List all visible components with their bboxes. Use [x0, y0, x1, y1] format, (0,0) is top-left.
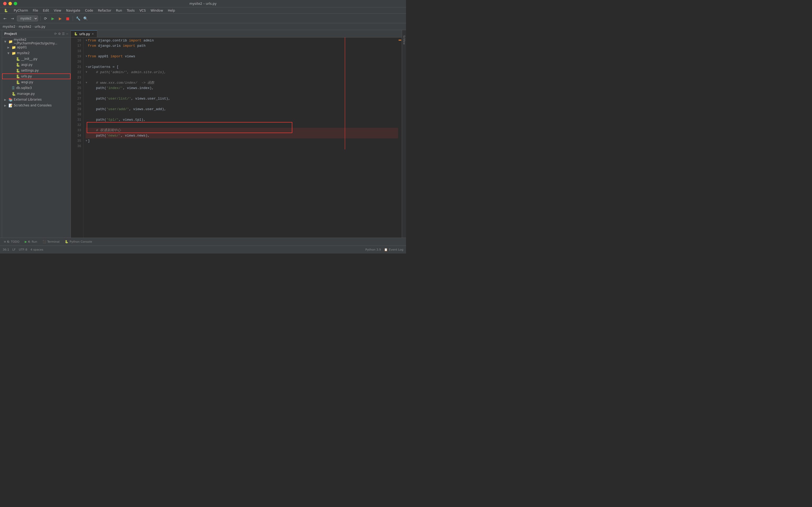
menu-navigate[interactable]: Navigate [64, 8, 82, 13]
code-line-20: ▼ [86, 59, 398, 64]
code-line-32: ▼ [86, 122, 398, 128]
bottom-tab-todo[interactable]: ≡ 6: TODO [3, 239, 20, 244]
panel-icon-settings[interactable]: ⚙ [58, 32, 61, 36]
run-button[interactable]: ▶ [50, 15, 56, 21]
sc-view-label[interactable]: SciView [403, 36, 405, 45]
left-side-icons [0, 30, 2, 238]
tree-item-db-sqlite3[interactable]: ▶ 🗄 db.sqlite3 [2, 85, 70, 91]
tree-label: settings.py [21, 69, 39, 72]
code-content[interactable]: ▼ from django.contrib import admin ▼ fro… [84, 38, 398, 150]
tree-label: db.sqlite3 [16, 86, 32, 90]
tab-urls-py[interactable]: 🐍 urls.py ✕ [71, 31, 97, 37]
event-log-label: Event Log [389, 248, 403, 251]
bottom-tab-terminal[interactable]: ⬛ Terminal [42, 239, 61, 244]
bottom-tab-python-console[interactable]: 🐍 Python Console [64, 239, 93, 244]
python-file-icon: 🐍 [16, 69, 20, 73]
main-area: Project ⟳ ⚙ ☰ − ▼ 📁 mysite2 ~/PycharmPro… [0, 30, 406, 238]
tree-item-external-libs[interactable]: ▶ 📚 External Libraries [2, 97, 70, 103]
menu-tools[interactable]: Tools [125, 8, 137, 13]
code-line-34: ▼ path('news/', views.news), [86, 133, 398, 138]
tree-item-mysite2-root[interactable]: ▼ 📁 mysite2 ~/PycharmProjects/gx/my... [2, 39, 70, 44]
status-line-ending[interactable]: LF [12, 248, 15, 251]
minimize-button[interactable] [8, 2, 12, 5]
panel-icon-sync[interactable]: ⟳ [54, 32, 57, 36]
python-file-icon: 🐍 [16, 63, 20, 67]
line-num-18: 18 [71, 49, 81, 54]
menu-window[interactable]: Window [149, 8, 165, 13]
tree-item-app01[interactable]: ▶ 📁 app01 [2, 44, 70, 50]
status-encoding[interactable]: UTF-8 [19, 248, 27, 251]
menu-view[interactable]: View [52, 8, 63, 13]
menu-run[interactable]: Run [114, 8, 124, 13]
debug-button[interactable]: ▶ [57, 15, 63, 21]
panel-icon-filter[interactable]: ☰ [62, 32, 65, 36]
breadcrumb-mysite2-root[interactable]: mysite2 [3, 25, 15, 29]
line-num-21: 21 [71, 64, 81, 70]
breadcrumb-urls-py[interactable]: urls.py [35, 25, 45, 29]
status-right: Python 3.9 📋 Event Log [365, 248, 403, 251]
menu-file[interactable]: File [31, 8, 40, 13]
status-event-log[interactable]: 📋 Event Log [384, 248, 403, 251]
forward-button[interactable]: → [9, 15, 15, 21]
close-button[interactable] [3, 2, 7, 5]
tree-item-manage-py[interactable]: ▶ 🐍 manage.py [2, 91, 70, 97]
menu-edit[interactable]: Edit [41, 8, 51, 13]
python-file-icon: 🐍 [16, 74, 20, 78]
maximize-button[interactable] [14, 2, 17, 5]
menu-vcs[interactable]: VCS [138, 8, 148, 13]
code-line-36: ▼ [86, 144, 398, 149]
tree-label: app01 [17, 45, 27, 49]
tree-item-asgi-py[interactable]: ▶ 🐍 asgi.py [2, 62, 70, 68]
tab-label: urls.py [79, 32, 90, 36]
tab-close-button[interactable]: ✕ [92, 33, 94, 36]
search-button[interactable]: 🔍 [83, 15, 88, 21]
status-position[interactable]: 36:1 [3, 248, 9, 251]
code-line-24: ▼ # www.xxx.com/index/ -> 函数 [86, 80, 398, 86]
project-selector[interactable]: mysite2 [17, 15, 38, 21]
menu-code[interactable]: Code [83, 8, 95, 13]
code-editor[interactable]: 16 17 18 19 20 21 22 23 24 25 26 27 28 2… [71, 38, 402, 238]
line-num-36: 36 [71, 144, 81, 149]
menu-help[interactable]: Help [166, 8, 177, 13]
python-version-label: Python 3.9 [365, 248, 381, 251]
tree-item-settings-py[interactable]: ▶ 🐍 settings.py [2, 68, 70, 73]
titlebar: mysite2 – urls.py [0, 0, 406, 7]
todo-icon: ≡ [4, 240, 6, 243]
tree-item-wsgi-py[interactable]: ▶ 🐍 wsgi.py [2, 79, 70, 85]
tree-item-urls-py[interactable]: ▶ 🐍 urls.py [2, 73, 70, 79]
fold-marker-16[interactable]: ▼ [86, 38, 87, 43]
status-indent[interactable]: 4 spaces [31, 248, 43, 251]
scratches-icon: 📝 [8, 104, 13, 108]
line-num-29: 29 [71, 107, 81, 112]
tree-arrow: ▶ [7, 46, 11, 49]
settings-button[interactable]: 🔧 [75, 15, 81, 21]
app-logo[interactable]: 🐍 [2, 8, 10, 13]
stop-button[interactable]: ■ [65, 15, 70, 21]
statusbar: 36:1 LF UTF-8 4 spaces Python 3.9 📋 Even… [0, 245, 406, 253]
tree-label: urls.py [21, 74, 32, 78]
menu-pycharm[interactable]: PyCharm [12, 8, 30, 13]
status-python-version[interactable]: Python 3.9 [365, 248, 381, 251]
traffic-lights [3, 2, 17, 5]
tree-item-scratches[interactable]: ▶ 📝 Scratches and Consoles [2, 103, 70, 108]
bottom-tab-run[interactable]: ▶ 4: Run [23, 239, 38, 244]
back-button[interactable]: ← [2, 15, 8, 21]
panel-icon-minimize[interactable]: − [66, 32, 68, 36]
python-file-icon: 🐍 [16, 80, 20, 84]
menu-refactor[interactable]: Refactor [96, 8, 113, 13]
code-line-33: ▼ # 联通新闻中心 [86, 128, 398, 133]
tree-item-init-py[interactable]: ▶ 🐍 __init__.py [2, 56, 70, 62]
line-num-17: 17 [71, 43, 81, 49]
right-margin-line [345, 38, 345, 150]
tree-item-mysite2-sub[interactable]: ▼ 📁 mysite2 [2, 50, 70, 56]
terminal-label: Terminal [47, 240, 60, 243]
reload-button[interactable]: ⟳ [43, 15, 48, 21]
code-line-16: ▼ from django.contrib import admin [86, 38, 398, 43]
line-num-27: 27 [71, 96, 81, 101]
code-line-31: ▼ path('tpl/', views.tpl), [86, 117, 398, 122]
project-panel: Project ⟳ ⚙ ☰ − ▼ 📁 mysite2 ~/PycharmPro… [2, 30, 71, 238]
tree-label: External Libraries [14, 98, 42, 101]
breadcrumb-mysite2[interactable]: mysite2 [19, 25, 32, 29]
database-file-icon: 🗄 [12, 86, 15, 90]
code-line-28: ▼ [86, 101, 398, 107]
